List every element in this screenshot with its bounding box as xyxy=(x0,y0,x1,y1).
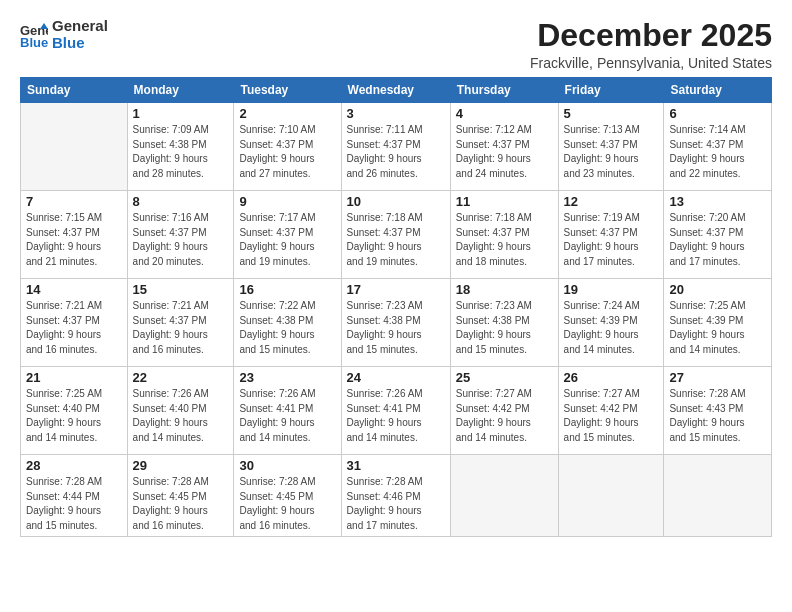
day-number: 12 xyxy=(564,194,659,209)
day-info: Sunrise: 7:18 AM Sunset: 4:37 PM Dayligh… xyxy=(347,211,445,269)
calendar-cell: 11Sunrise: 7:18 AM Sunset: 4:37 PM Dayli… xyxy=(450,191,558,279)
day-info: Sunrise: 7:27 AM Sunset: 4:42 PM Dayligh… xyxy=(456,387,553,445)
calendar-cell: 7Sunrise: 7:15 AM Sunset: 4:37 PM Daylig… xyxy=(21,191,128,279)
day-info: Sunrise: 7:23 AM Sunset: 4:38 PM Dayligh… xyxy=(347,299,445,357)
calendar-cell: 16Sunrise: 7:22 AM Sunset: 4:38 PM Dayli… xyxy=(234,279,341,367)
day-number: 11 xyxy=(456,194,553,209)
day-number: 31 xyxy=(347,458,445,473)
calendar-cell: 15Sunrise: 7:21 AM Sunset: 4:37 PM Dayli… xyxy=(127,279,234,367)
day-info: Sunrise: 7:13 AM Sunset: 4:37 PM Dayligh… xyxy=(564,123,659,181)
day-info: Sunrise: 7:26 AM Sunset: 4:40 PM Dayligh… xyxy=(133,387,229,445)
day-number: 6 xyxy=(669,106,766,121)
day-info: Sunrise: 7:22 AM Sunset: 4:38 PM Dayligh… xyxy=(239,299,335,357)
day-number: 10 xyxy=(347,194,445,209)
calendar-cell: 4Sunrise: 7:12 AM Sunset: 4:37 PM Daylig… xyxy=(450,103,558,191)
calendar-cell: 24Sunrise: 7:26 AM Sunset: 4:41 PM Dayli… xyxy=(341,367,450,455)
calendar-cell: 1Sunrise: 7:09 AM Sunset: 4:38 PM Daylig… xyxy=(127,103,234,191)
calendar-cell: 10Sunrise: 7:18 AM Sunset: 4:37 PM Dayli… xyxy=(341,191,450,279)
calendar-cell xyxy=(558,455,664,537)
title-area: December 2025 Frackville, Pennsylvania, … xyxy=(530,18,772,71)
day-number: 25 xyxy=(456,370,553,385)
col-header-wednesday: Wednesday xyxy=(341,78,450,103)
calendar-header-row: SundayMondayTuesdayWednesdayThursdayFrid… xyxy=(21,78,772,103)
col-header-saturday: Saturday xyxy=(664,78,772,103)
calendar-cell: 17Sunrise: 7:23 AM Sunset: 4:38 PM Dayli… xyxy=(341,279,450,367)
month-title: December 2025 xyxy=(530,18,772,53)
calendar-cell: 5Sunrise: 7:13 AM Sunset: 4:37 PM Daylig… xyxy=(558,103,664,191)
col-header-thursday: Thursday xyxy=(450,78,558,103)
day-info: Sunrise: 7:10 AM Sunset: 4:37 PM Dayligh… xyxy=(239,123,335,181)
day-number: 21 xyxy=(26,370,122,385)
day-info: Sunrise: 7:18 AM Sunset: 4:37 PM Dayligh… xyxy=(456,211,553,269)
day-number: 13 xyxy=(669,194,766,209)
calendar-cell: 23Sunrise: 7:26 AM Sunset: 4:41 PM Dayli… xyxy=(234,367,341,455)
calendar-cell: 26Sunrise: 7:27 AM Sunset: 4:42 PM Dayli… xyxy=(558,367,664,455)
day-number: 5 xyxy=(564,106,659,121)
week-row-4: 21Sunrise: 7:25 AM Sunset: 4:40 PM Dayli… xyxy=(21,367,772,455)
calendar-cell: 28Sunrise: 7:28 AM Sunset: 4:44 PM Dayli… xyxy=(21,455,128,537)
day-info: Sunrise: 7:25 AM Sunset: 4:40 PM Dayligh… xyxy=(26,387,122,445)
day-number: 17 xyxy=(347,282,445,297)
col-header-monday: Monday xyxy=(127,78,234,103)
calendar-cell: 13Sunrise: 7:20 AM Sunset: 4:37 PM Dayli… xyxy=(664,191,772,279)
calendar-cell: 3Sunrise: 7:11 AM Sunset: 4:37 PM Daylig… xyxy=(341,103,450,191)
day-number: 30 xyxy=(239,458,335,473)
day-number: 19 xyxy=(564,282,659,297)
day-info: Sunrise: 7:26 AM Sunset: 4:41 PM Dayligh… xyxy=(347,387,445,445)
calendar-cell: 31Sunrise: 7:28 AM Sunset: 4:46 PM Dayli… xyxy=(341,455,450,537)
day-number: 27 xyxy=(669,370,766,385)
day-number: 3 xyxy=(347,106,445,121)
calendar-cell: 9Sunrise: 7:17 AM Sunset: 4:37 PM Daylig… xyxy=(234,191,341,279)
week-row-5: 28Sunrise: 7:28 AM Sunset: 4:44 PM Dayli… xyxy=(21,455,772,537)
day-info: Sunrise: 7:19 AM Sunset: 4:37 PM Dayligh… xyxy=(564,211,659,269)
day-number: 28 xyxy=(26,458,122,473)
day-number: 1 xyxy=(133,106,229,121)
day-number: 29 xyxy=(133,458,229,473)
day-info: Sunrise: 7:12 AM Sunset: 4:37 PM Dayligh… xyxy=(456,123,553,181)
header: General Blue General Blue December 2025 … xyxy=(20,18,772,71)
day-info: Sunrise: 7:21 AM Sunset: 4:37 PM Dayligh… xyxy=(133,299,229,357)
day-number: 22 xyxy=(133,370,229,385)
day-info: Sunrise: 7:28 AM Sunset: 4:45 PM Dayligh… xyxy=(133,475,229,533)
week-row-2: 7Sunrise: 7:15 AM Sunset: 4:37 PM Daylig… xyxy=(21,191,772,279)
day-info: Sunrise: 7:15 AM Sunset: 4:37 PM Dayligh… xyxy=(26,211,122,269)
calendar-cell: 12Sunrise: 7:19 AM Sunset: 4:37 PM Dayli… xyxy=(558,191,664,279)
calendar-cell: 20Sunrise: 7:25 AM Sunset: 4:39 PM Dayli… xyxy=(664,279,772,367)
location: Frackville, Pennsylvania, United States xyxy=(530,55,772,71)
day-info: Sunrise: 7:17 AM Sunset: 4:37 PM Dayligh… xyxy=(239,211,335,269)
calendar-cell: 25Sunrise: 7:27 AM Sunset: 4:42 PM Dayli… xyxy=(450,367,558,455)
logo-blue: Blue xyxy=(52,35,108,52)
calendar-cell: 6Sunrise: 7:14 AM Sunset: 4:37 PM Daylig… xyxy=(664,103,772,191)
calendar-table: SundayMondayTuesdayWednesdayThursdayFrid… xyxy=(20,77,772,537)
day-number: 18 xyxy=(456,282,553,297)
day-number: 8 xyxy=(133,194,229,209)
day-number: 9 xyxy=(239,194,335,209)
calendar-cell: 19Sunrise: 7:24 AM Sunset: 4:39 PM Dayli… xyxy=(558,279,664,367)
col-header-friday: Friday xyxy=(558,78,664,103)
day-number: 15 xyxy=(133,282,229,297)
day-number: 24 xyxy=(347,370,445,385)
svg-text:Blue: Blue xyxy=(20,35,48,49)
day-number: 4 xyxy=(456,106,553,121)
day-info: Sunrise: 7:21 AM Sunset: 4:37 PM Dayligh… xyxy=(26,299,122,357)
logo-icon: General Blue xyxy=(20,21,48,49)
day-info: Sunrise: 7:25 AM Sunset: 4:39 PM Dayligh… xyxy=(669,299,766,357)
calendar-cell: 14Sunrise: 7:21 AM Sunset: 4:37 PM Dayli… xyxy=(21,279,128,367)
day-info: Sunrise: 7:16 AM Sunset: 4:37 PM Dayligh… xyxy=(133,211,229,269)
day-info: Sunrise: 7:28 AM Sunset: 4:45 PM Dayligh… xyxy=(239,475,335,533)
day-info: Sunrise: 7:28 AM Sunset: 4:46 PM Dayligh… xyxy=(347,475,445,533)
calendar-cell xyxy=(664,455,772,537)
calendar-cell: 29Sunrise: 7:28 AM Sunset: 4:45 PM Dayli… xyxy=(127,455,234,537)
calendar-cell: 2Sunrise: 7:10 AM Sunset: 4:37 PM Daylig… xyxy=(234,103,341,191)
day-info: Sunrise: 7:28 AM Sunset: 4:44 PM Dayligh… xyxy=(26,475,122,533)
col-header-tuesday: Tuesday xyxy=(234,78,341,103)
day-info: Sunrise: 7:09 AM Sunset: 4:38 PM Dayligh… xyxy=(133,123,229,181)
week-row-1: 1Sunrise: 7:09 AM Sunset: 4:38 PM Daylig… xyxy=(21,103,772,191)
day-number: 14 xyxy=(26,282,122,297)
calendar-cell: 27Sunrise: 7:28 AM Sunset: 4:43 PM Dayli… xyxy=(664,367,772,455)
day-info: Sunrise: 7:20 AM Sunset: 4:37 PM Dayligh… xyxy=(669,211,766,269)
day-info: Sunrise: 7:23 AM Sunset: 4:38 PM Dayligh… xyxy=(456,299,553,357)
calendar-cell: 18Sunrise: 7:23 AM Sunset: 4:38 PM Dayli… xyxy=(450,279,558,367)
calendar-cell xyxy=(21,103,128,191)
day-info: Sunrise: 7:11 AM Sunset: 4:37 PM Dayligh… xyxy=(347,123,445,181)
